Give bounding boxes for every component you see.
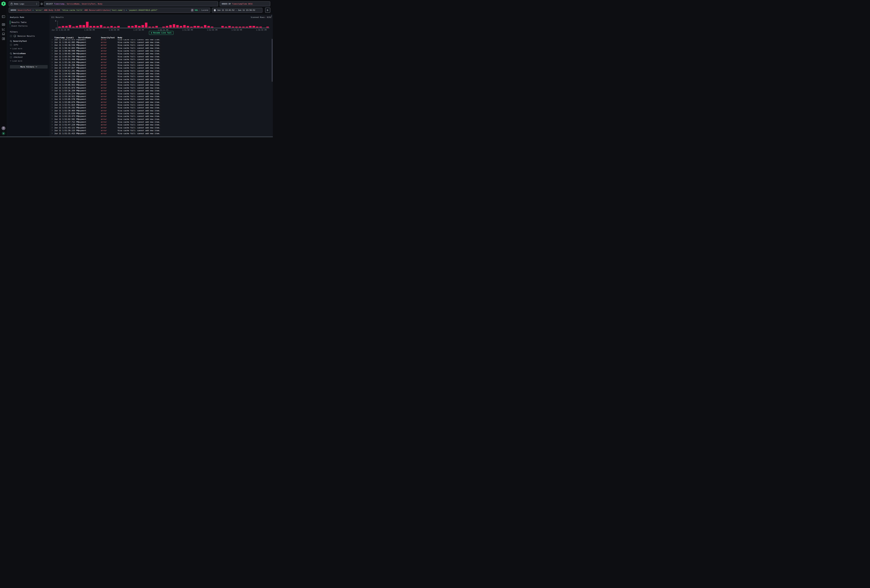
row-expand-chevron-icon[interactable] bbox=[52, 121, 54, 123]
table-row[interactable]: Jun 11 1:55:51.448 PM payment error Visa… bbox=[51, 58, 271, 61]
histogram-bar[interactable] bbox=[89, 26, 92, 28]
row-expand-chevron-icon[interactable] bbox=[52, 89, 54, 92]
time-range-picker[interactable]: Jun 11 13:41:52 - Jun 11 13:56:52 bbox=[212, 8, 262, 13]
row-expand-chevron-icon[interactable] bbox=[52, 118, 54, 121]
chart-explorer-icon[interactable] bbox=[2, 27, 5, 31]
search-icon[interactable] bbox=[10, 52, 12, 55]
denoise-checkbox[interactable] bbox=[10, 35, 12, 37]
table-row[interactable]: Jun 11 1:56:42.995 PM payment error Visa… bbox=[51, 41, 271, 44]
histogram-bar[interactable] bbox=[197, 26, 200, 28]
row-expand-chevron-icon[interactable] bbox=[52, 67, 54, 69]
table-row[interactable]: Jun 11 1:54:26.230 PM payment error Visa… bbox=[51, 78, 271, 81]
table-row[interactable]: Jun 11 1:56:03.248 PM payment error Visa… bbox=[51, 52, 271, 55]
search-logs-icon[interactable] bbox=[2, 23, 5, 26]
order-by-input[interactable]: ORDER BY TimestampTime DESC bbox=[220, 1, 270, 6]
histogram-bar[interactable] bbox=[96, 26, 99, 28]
table-row[interactable]: Jun 11 1:52:51.824 PM payment error Visa… bbox=[51, 104, 271, 106]
table-row[interactable]: Jun 11 1:53:41.873 PM payment error Visa… bbox=[51, 86, 271, 89]
histogram-bar[interactable] bbox=[100, 25, 102, 27]
histogram-bar[interactable] bbox=[162, 27, 165, 27]
row-expand-chevron-icon[interactable] bbox=[52, 115, 54, 118]
row-expand-chevron-icon[interactable] bbox=[52, 101, 54, 103]
row-expand-chevron-icon[interactable] bbox=[52, 84, 54, 86]
table-row[interactable]: Jun 11 1:52:25.630 PM payment error Visa… bbox=[51, 112, 271, 115]
row-expand-chevron-icon[interactable] bbox=[52, 64, 54, 66]
service-load-more[interactable]: Load more bbox=[10, 60, 48, 62]
histogram-bar[interactable] bbox=[235, 27, 238, 27]
table-row[interactable]: Jun 11 1:53:10.922 PM payment error Visa… bbox=[51, 95, 271, 98]
table-row[interactable]: Jun 11 1:54:52.241 PM payment error Visa… bbox=[51, 69, 271, 72]
table-row[interactable]: Jun 11 1:55:07.827 PM payment error Visa… bbox=[51, 67, 271, 69]
table-row[interactable]: Jun 11 1:52:02.581 PM payment error Visa… bbox=[51, 118, 271, 121]
histogram-bar[interactable] bbox=[142, 25, 144, 27]
table-row[interactable]: Jun 11 1:53:26.250 PM payment error Visa… bbox=[51, 89, 271, 92]
row-expand-chevron-icon[interactable] bbox=[52, 112, 54, 115]
histogram-bar[interactable] bbox=[62, 26, 64, 28]
row-expand-chevron-icon[interactable] bbox=[52, 73, 54, 75]
language-lucene[interactable]: Lucene bbox=[201, 9, 208, 11]
histogram-bar[interactable] bbox=[93, 26, 95, 28]
histogram-bar[interactable] bbox=[249, 26, 252, 28]
mode-results-table[interactable]: Results Table bbox=[10, 21, 48, 24]
row-expand-chevron-icon[interactable] bbox=[52, 135, 54, 135]
histogram-bar[interactable] bbox=[155, 26, 158, 28]
histogram-bar[interactable] bbox=[169, 25, 172, 27]
histogram-bar[interactable] bbox=[228, 26, 231, 28]
info-checkbox[interactable] bbox=[10, 44, 12, 46]
histogram-bar[interactable] bbox=[138, 26, 140, 28]
table-row[interactable]: Jun 11 1:51:43.121 PM payment error Visa… bbox=[51, 126, 271, 129]
table-row[interactable]: Jun 11 1:56:38.534 PM payment error Visa… bbox=[51, 44, 271, 47]
table-row[interactable]: Jun 11 1:52:30.469 PM payment error Visa… bbox=[51, 109, 271, 112]
table-row[interactable]: Jun 11 1:54:09.906 PM payment error Visa… bbox=[51, 81, 271, 83]
row-expand-chevron-icon[interactable] bbox=[52, 52, 54, 55]
histogram-bar[interactable] bbox=[117, 26, 120, 28]
table-row[interactable]: Jun 11 1:55:39.324 PM payment error Visa… bbox=[51, 61, 271, 64]
histogram-bar[interactable] bbox=[58, 27, 61, 27]
histogram-bar[interactable] bbox=[166, 26, 168, 28]
table-row[interactable]: Jun 11 1:53:00.676 PM payment error Visa… bbox=[51, 101, 271, 104]
row-expand-chevron-icon[interactable] bbox=[52, 50, 54, 52]
horizontal-scrollbar[interactable] bbox=[0, 136, 273, 137]
histogram-bar[interactable] bbox=[114, 27, 116, 27]
language-sql[interactable]: SQL bbox=[195, 9, 198, 11]
histogram-bar[interactable] bbox=[145, 22, 147, 28]
histogram-bar[interactable] bbox=[82, 25, 85, 27]
table-row[interactable]: Jun 11 1:53:24.274 PM payment error Visa… bbox=[51, 92, 271, 95]
histogram-bar[interactable] bbox=[221, 26, 224, 28]
histogram-bar[interactable] bbox=[211, 27, 213, 27]
info-label[interactable]: info bbox=[13, 44, 18, 46]
table-options-kebab-icon[interactable] bbox=[271, 15, 272, 17]
mode-event-patterns[interactable]: Event Patterns bbox=[10, 24, 48, 28]
table-row[interactable]: Jun 11 1:54:43.948 PM payment error Visa… bbox=[51, 72, 271, 75]
row-expand-chevron-icon[interactable] bbox=[52, 132, 54, 135]
severity-load-more[interactable]: Load more bbox=[10, 48, 48, 49]
more-filters-button[interactable]: More filters bbox=[10, 65, 48, 68]
row-expand-chevron-icon[interactable] bbox=[52, 55, 54, 58]
row-expand-chevron-icon[interactable] bbox=[52, 61, 54, 64]
table-row[interactable]: Jun 11 1:52:35.232 PM payment error Visa… bbox=[51, 106, 271, 109]
histogram-bar[interactable] bbox=[131, 26, 134, 28]
column-header-timestamp[interactable]: Timestamp (Local) bbox=[54, 37, 78, 39]
histogram-bar[interactable] bbox=[256, 27, 258, 27]
histogram-bar[interactable] bbox=[190, 27, 193, 27]
table-row[interactable]: Jun 11 1:51:39.115 PM payment error Visa… bbox=[51, 129, 271, 132]
histogram-bar[interactable] bbox=[194, 26, 196, 28]
table-row[interactable]: Jun 11 1:52:19.473 PM payment error Visa… bbox=[51, 115, 271, 118]
row-expand-chevron-icon[interactable] bbox=[52, 107, 54, 109]
table-row[interactable]: Jun 11 1:53:05.578 PM payment error Visa… bbox=[51, 98, 271, 101]
checkout-label[interactable]: checkout bbox=[13, 56, 23, 58]
select-clause-input[interactable]: SELECT Timestamp, ServiceName, SeverityT… bbox=[44, 1, 218, 6]
table-row[interactable]: Jun 11 1:54:40.218 PM payment error Visa… bbox=[51, 75, 271, 78]
table-row[interactable]: Jun 11 1:55:59.760 PM payment error Visa… bbox=[51, 55, 271, 58]
row-expand-chevron-icon[interactable] bbox=[52, 75, 54, 77]
row-expand-chevron-icon[interactable] bbox=[52, 58, 54, 61]
avatar[interactable]: U bbox=[2, 132, 5, 135]
row-expand-chevron-icon[interactable] bbox=[52, 47, 54, 49]
column-header-body[interactable]: Body bbox=[118, 37, 271, 39]
histogram-bar[interactable] bbox=[69, 25, 71, 27]
client-sessions-icon[interactable] bbox=[2, 32, 5, 36]
source-settings-button[interactable] bbox=[40, 3, 43, 5]
row-expand-chevron-icon[interactable] bbox=[52, 130, 54, 132]
table-row[interactable]: Jun 11 1:56:51.975 PM payment error Visa… bbox=[51, 39, 271, 41]
row-expand-chevron-icon[interactable] bbox=[52, 124, 54, 126]
